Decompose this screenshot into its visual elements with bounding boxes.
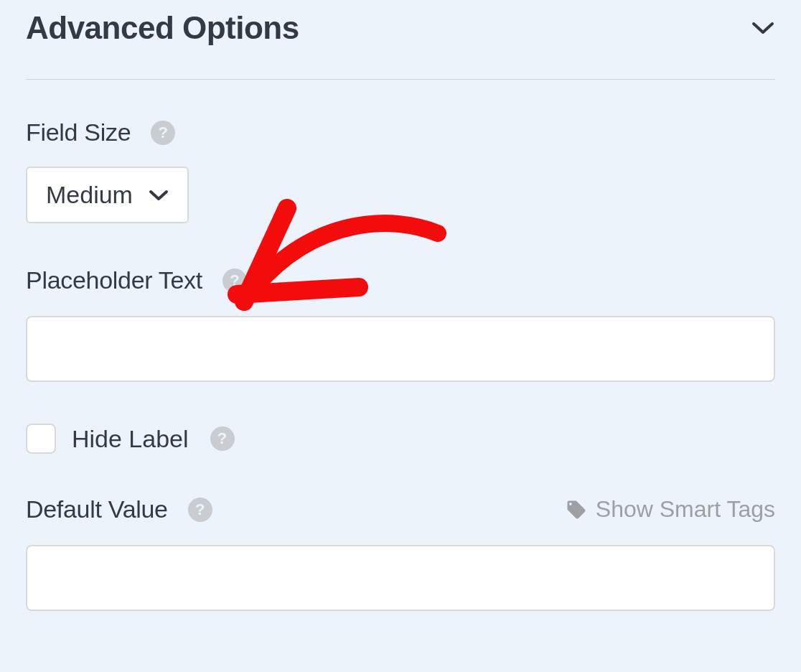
default-value-input[interactable] [26,545,775,611]
hide-label-checkbox[interactable] [26,424,56,454]
field-size-value: Medium [46,181,133,209]
tag-icon [566,499,587,521]
hide-label-group: Hide Label ? [26,424,775,454]
field-size-label: Field Size [26,118,131,146]
advanced-options-header[interactable]: Advanced Options [26,0,775,80]
show-smart-tags-label: Show Smart Tags [596,496,775,523]
hide-label-label: Hide Label [72,425,189,453]
chevron-down-icon [751,21,775,35]
field-size-group: Field Size ? Medium [26,118,775,223]
placeholder-label-row: Placeholder Text ? [26,266,775,294]
field-size-select[interactable]: Medium [26,167,189,223]
help-icon[interactable]: ? [210,426,235,451]
chevron-down-icon [149,189,169,202]
show-smart-tags-link[interactable]: Show Smart Tags [566,496,775,523]
default-value-label-row: Default Value ? Show Smart Tags [26,495,775,523]
placeholder-text-input[interactable] [26,316,775,382]
placeholder-label: Placeholder Text [26,266,202,294]
help-icon[interactable]: ? [188,498,212,522]
default-value-label: Default Value [26,495,168,523]
section-title: Advanced Options [26,10,299,46]
help-icon[interactable]: ? [151,121,175,145]
help-icon[interactable]: ? [222,269,247,293]
placeholder-text-group: Placeholder Text ? [26,266,775,382]
field-size-label-row: Field Size ? [26,118,775,146]
